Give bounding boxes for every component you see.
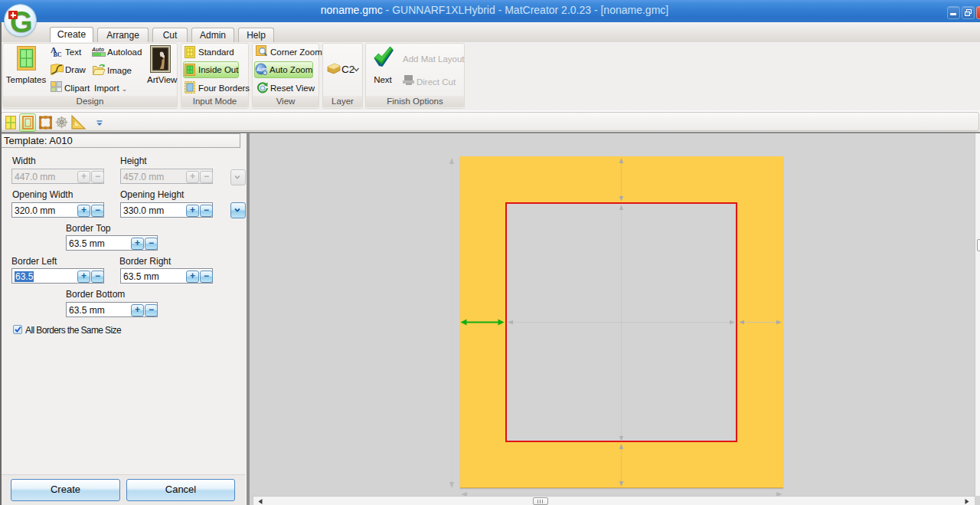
svg-text:BC: BC — [54, 51, 62, 57]
svg-text:Auto: Auto — [92, 47, 105, 52]
